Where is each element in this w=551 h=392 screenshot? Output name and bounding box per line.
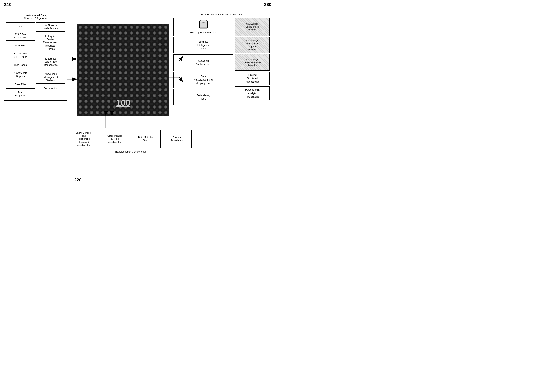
right-panel-title: Structured Data & Analysis Systems (174, 13, 270, 16)
bottom-panel: Entity, Concept,andRelationshipTagging &… (67, 128, 193, 155)
box-search-tool: EnterpriseSearch ToolRepositories (36, 54, 65, 70)
right-col-left: Existing Structured Data BusinessIntelli… (174, 18, 233, 105)
box-pdf: PDF Files (6, 42, 35, 50)
box-ms-office: MS OfficeDocuments (6, 32, 35, 41)
box-knowledge-mgmt: KnowledgeManagementSystems (36, 71, 65, 84)
ref-220: 220 (74, 177, 82, 182)
box-visualization-tools: DataVisualization andMapping Tools (174, 72, 233, 88)
box-data-mining: Data MiningTools (174, 89, 233, 105)
box-web-pages: Web Pages (6, 61, 35, 69)
box-crm-erp: Text in CRM& ERP Apps (6, 51, 35, 60)
left-col-2: File Servers ,Web Servers EnterpriseCont… (36, 22, 65, 99)
box-email: Email (6, 22, 35, 30)
right-columns: Existing Structured Data BusinessIntelli… (174, 18, 270, 105)
svg-text:100: 100 (116, 98, 130, 108)
left-col-1: Email MS OfficeDocuments PDF Files Text … (6, 22, 35, 99)
box-statistical-tools: StatisticalAnalysis Tools (174, 55, 233, 71)
center-box: 100 (77, 24, 169, 116)
diagram-container: 210 230 Unstructured Data,Sources & Syst… (0, 0, 276, 196)
box-existing-structured-data: Existing Structured Data (174, 18, 233, 36)
ref-230: 230 (264, 2, 271, 7)
left-columns: Email MS OfficeDocuments PDF Files Text … (6, 22, 65, 99)
box-ecm: EnterpriseContentManagement ,Intranets ,… (36, 33, 65, 53)
center-pattern: 100 (77, 24, 169, 116)
transformation-components-label: Transformation Components (69, 150, 192, 153)
box-purpose-built: Purpose-builtAnalyticApplications (235, 86, 270, 100)
ref-220-container: 220 (65, 177, 82, 183)
existing-structured-data-label: Existing Structured Data (190, 31, 217, 34)
cell-custom-transforms: CustomTransforms (162, 130, 192, 148)
box-documentum: Documentum (36, 84, 65, 93)
right-panel: Structured Data & Analysis Systems Exist… (172, 11, 271, 107)
box-bi-tools: BusinessIntelligenceTools (174, 37, 233, 54)
box-file-servers: File Servers ,Web Servers (36, 22, 65, 32)
ref-220-line (65, 177, 73, 183)
box-clarabridge-investigation: ClaraBridgeInvestigation/LitigationAnaly… (235, 37, 270, 53)
left-panel-title: Unstructured Data,Sources & Systems (6, 13, 65, 21)
box-case-files: Case Files (6, 81, 35, 89)
cell-categorization: Categorization& TopicExtraction Tools (100, 130, 130, 148)
svg-point-21 (199, 27, 208, 29)
box-clarabridge-crm: ClaraBridgeCRM/Call CenterAnalytics (235, 54, 270, 70)
box-existing-structured-apps: ExistingStructuredApplications (235, 71, 270, 85)
ref-210: 210 (4, 2, 12, 7)
cell-data-matching: Data MatchingTools (131, 130, 161, 148)
arrow-bottom-to-center (102, 113, 118, 129)
bottom-cells: Entity, Concept,andRelationshipTagging &… (69, 130, 192, 148)
box-news-media: News/MediaReports (6, 70, 35, 79)
cylinder-icon (199, 20, 208, 30)
right-col-right: ClaraBridgeUnstructuredAnalytics ClaraBr… (235, 18, 270, 105)
box-clarabridge-unstructured: ClaraBridgeUnstructuredAnalytics (235, 18, 270, 36)
box-transcriptions: Tran-scriptions (6, 90, 35, 99)
cell-entity-concept: Entity, Concept,andRelationshipTagging &… (69, 130, 99, 148)
svg-point-22 (199, 20, 208, 22)
left-panel: Unstructured Data,Sources & Systems Emai… (4, 11, 67, 101)
